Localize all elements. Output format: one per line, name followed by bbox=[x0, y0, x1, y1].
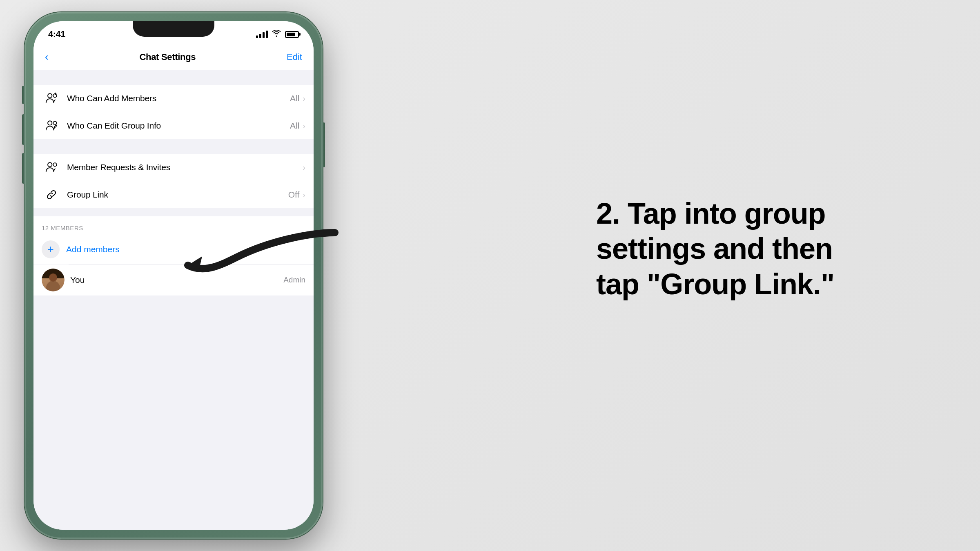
volume-up-button bbox=[22, 114, 24, 145]
svg-point-5 bbox=[48, 162, 52, 167]
mid-gap bbox=[33, 139, 314, 154]
group-link-label: Group Link bbox=[67, 190, 288, 200]
power-button bbox=[323, 122, 325, 167]
member-requests-label: Member Requests & Invites bbox=[67, 162, 303, 172]
status-time: 4:41 bbox=[48, 29, 65, 40]
member-role-you: Admin bbox=[283, 276, 305, 284]
phone-device: 4:41 bbox=[24, 12, 323, 539]
plus-icon: + bbox=[47, 244, 53, 254]
svg-point-6 bbox=[53, 163, 57, 167]
chevron-icon: › bbox=[303, 121, 305, 131]
instruction-text: 2. Tap into groupsettings and thentap "G… bbox=[596, 196, 931, 302]
link-icon bbox=[42, 185, 61, 204]
who-can-edit-value: All bbox=[290, 121, 299, 131]
who-can-edit-group-info-row[interactable]: Who Can Edit Group Info All › bbox=[33, 112, 314, 139]
member-requests-row[interactable]: Member Requests & Invites › bbox=[33, 154, 314, 181]
svg-point-0 bbox=[48, 93, 52, 98]
mute-button bbox=[22, 86, 24, 104]
members-count-label: 12 Members bbox=[42, 224, 83, 231]
svg-point-4 bbox=[53, 121, 57, 125]
back-chevron-icon: ‹ bbox=[45, 51, 49, 62]
group-add-icon bbox=[42, 89, 61, 108]
group-link-value: Off bbox=[288, 190, 300, 200]
edit-button[interactable]: Edit bbox=[287, 52, 302, 62]
phone-shell: 4:41 bbox=[24, 12, 323, 539]
group-request-icon bbox=[42, 158, 61, 177]
nav-title: Chat Settings bbox=[139, 52, 196, 62]
who-can-edit-label: Who Can Edit Group Info bbox=[67, 121, 290, 131]
add-circle-icon: + bbox=[42, 240, 60, 258]
add-members-label: Add members bbox=[66, 244, 120, 254]
members-gap bbox=[33, 208, 314, 216]
member-row-you[interactable]: You Admin bbox=[33, 264, 314, 295]
signal-icon bbox=[256, 31, 268, 38]
volume-down-button bbox=[22, 153, 24, 184]
back-button[interactable]: ‹ bbox=[45, 52, 49, 62]
members-header: 12 Members bbox=[33, 216, 314, 235]
nav-bar: ‹ Chat Settings Edit bbox=[33, 44, 314, 70]
who-can-add-members-label: Who Can Add Members bbox=[67, 93, 290, 103]
group-link-row[interactable]: Group Link Off › bbox=[33, 181, 314, 208]
permissions-group: Who Can Add Members All › bbox=[33, 85, 314, 139]
battery-icon bbox=[285, 31, 299, 38]
avatar-you bbox=[42, 269, 65, 291]
who-can-add-members-row[interactable]: Who Can Add Members All › bbox=[33, 85, 314, 112]
group-edit-icon bbox=[42, 116, 61, 136]
chevron-icon: › bbox=[303, 190, 305, 200]
instruction-panel: 2. Tap into groupsettings and thentap "G… bbox=[596, 196, 931, 302]
status-icons bbox=[256, 30, 299, 39]
top-gap bbox=[33, 70, 314, 85]
wifi-icon bbox=[272, 30, 281, 39]
svg-point-3 bbox=[48, 121, 52, 125]
who-can-add-members-value: All bbox=[290, 93, 299, 103]
phone-screen: 4:41 bbox=[33, 21, 314, 530]
settings-content: Who Can Add Members All › bbox=[33, 70, 314, 530]
chevron-icon: › bbox=[303, 94, 305, 103]
requests-group: Member Requests & Invites › Group Link bbox=[33, 154, 314, 208]
add-members-row[interactable]: + Add members bbox=[33, 235, 314, 264]
notch bbox=[133, 21, 214, 37]
chevron-icon: › bbox=[303, 163, 305, 172]
member-name-you: You bbox=[70, 275, 283, 285]
